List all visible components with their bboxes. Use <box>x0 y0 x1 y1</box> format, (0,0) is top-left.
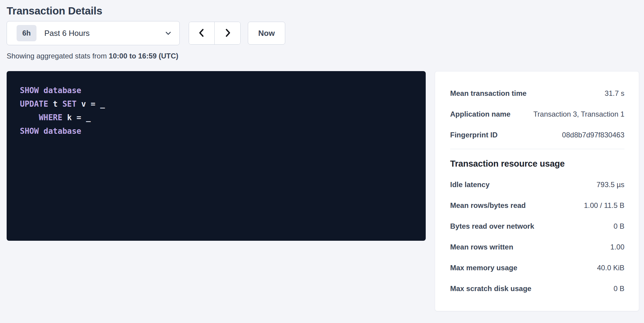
stat-row: Fingerprint ID 08d8b7d97f830463 <box>450 128 624 142</box>
chevron-left-icon <box>197 28 206 39</box>
stat-value: 08d8b7d97f830463 <box>562 131 624 139</box>
stat-value: 1.00 / 11.5 B <box>584 201 624 210</box>
next-time-window-button[interactable] <box>215 22 240 44</box>
stat-value: 1.00 <box>610 243 624 251</box>
sql-statement-panel: SHOW databaseUPDATE t SET v = _ WHERE k … <box>7 71 426 241</box>
chevron-down-icon <box>164 29 172 37</box>
stat-label: Mean rows/bytes read <box>450 201 526 210</box>
stat-label: Fingerprint ID <box>450 131 497 139</box>
stat-row: Bytes read over network 0 B <box>450 219 624 233</box>
time-range-badge: 6h <box>17 25 36 41</box>
stat-row: Mean rows written 1.00 <box>450 240 624 254</box>
card-divider <box>450 149 624 149</box>
prev-time-window-button[interactable] <box>189 22 215 44</box>
stat-label: Bytes read over network <box>450 222 534 230</box>
chevron-right-icon <box>223 28 232 39</box>
aggregated-stats-prefix: Showing aggregated stats from <box>7 52 109 60</box>
transaction-summary-card: Mean transaction time 31.7 s Application… <box>435 71 639 311</box>
resource-usage-heading: Transaction resource usage <box>450 159 624 169</box>
stat-value: 0 B <box>614 284 624 293</box>
stat-value: 40.0 KiB <box>597 264 624 272</box>
stat-value: 31.7 s <box>605 89 624 98</box>
stat-row: Idle latency 793.5 µs <box>450 178 624 191</box>
stat-row: Mean transaction time 31.7 s <box>450 86 624 100</box>
stat-row: Max memory usage 40.0 KiB <box>450 261 624 274</box>
stat-row: Application name Transaction 3, Transact… <box>450 107 624 121</box>
time-nav-button-group <box>189 22 241 45</box>
stat-row: Max scratch disk usage 0 B <box>450 282 624 295</box>
stat-label: Idle latency <box>450 180 490 189</box>
stat-row: Mean rows/bytes read 1.00 / 11.5 B <box>450 199 624 212</box>
time-controls: 6h Past 6 Hours <box>7 21 637 45</box>
stat-label: Mean transaction time <box>450 89 526 98</box>
sql-code: SHOW databaseUPDATE t SET v = _ WHERE k … <box>20 84 412 138</box>
main-content: SHOW databaseUPDATE t SET v = _ WHERE k … <box>7 71 637 311</box>
stat-value: 793.5 µs <box>596 180 624 189</box>
stat-label: Application name <box>450 110 510 118</box>
stat-label: Max memory usage <box>450 264 517 272</box>
time-range-dropdown[interactable]: 6h Past 6 Hours <box>7 21 180 45</box>
page-title: Transaction Details <box>7 5 637 17</box>
now-button[interactable]: Now <box>248 22 285 45</box>
transaction-details-page: Transaction Details 6h Past 6 Hours <box>0 5 644 311</box>
aggregated-stats-range: 10:00 to 16:59 (UTC) <box>109 52 178 60</box>
time-range-label: Past 6 Hours <box>44 29 90 38</box>
stat-label: Mean rows written <box>450 243 513 251</box>
aggregated-stats-caption: Showing aggregated stats from 10:00 to 1… <box>7 52 637 60</box>
stat-value: 0 B <box>614 222 624 230</box>
stat-label: Max scratch disk usage <box>450 284 531 293</box>
stat-value: Transaction 3, Transaction 1 <box>533 110 624 118</box>
